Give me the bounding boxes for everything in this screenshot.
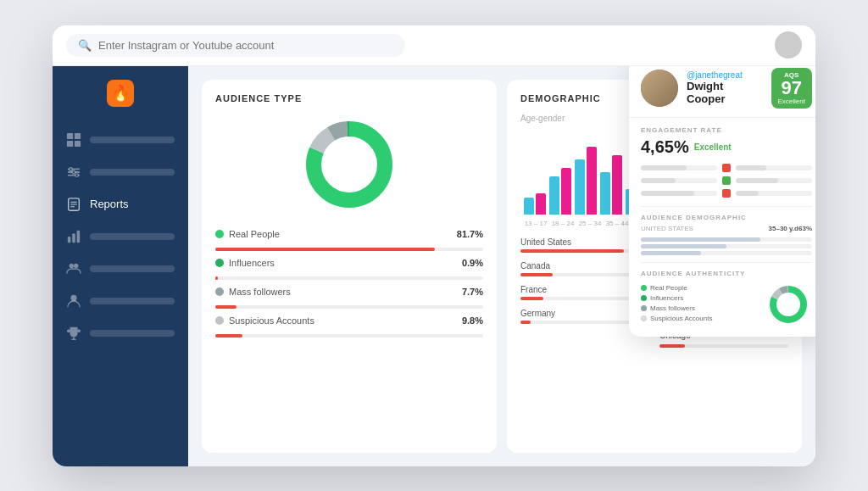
profile-handle: @janethegreat [687, 70, 763, 80]
bar-group-2 [575, 147, 597, 215]
auth-mass-label: Mass followers [650, 304, 695, 312]
grid-icon [66, 132, 81, 148]
male-bar-2 [575, 159, 585, 215]
metric-row-2 [641, 189, 812, 198]
svg-point-8 [72, 170, 75, 174]
audience-demo-label: AUDIENCE DEMOGRAPHIC [641, 214, 812, 221]
auth-real-label: Real People [650, 284, 687, 292]
influencers-fill [215, 276, 218, 280]
auth-real-dot [641, 285, 647, 291]
logo-icon: 🔥 [107, 80, 134, 107]
bar-label-2: 25 – 34 [578, 220, 602, 227]
female-bar-2 [587, 147, 597, 215]
real-people-dot [215, 230, 224, 238]
sidebar-item-influencer[interactable] [53, 285, 188, 317]
metric-rows [641, 164, 812, 198]
mass-followers-bar [215, 305, 483, 309]
influencers-dot [215, 259, 224, 267]
influencers-bar [215, 276, 483, 280]
search-bar[interactable]: 🔍 [66, 34, 405, 57]
suspicious-fill [215, 334, 242, 338]
auth-influencers: Influencers [641, 294, 756, 302]
bar-label-1: 18 – 24 [551, 220, 575, 227]
sidebar-item-bar-chart[interactable] [53, 220, 188, 253]
sidebar-item-dashboard[interactable] [53, 124, 188, 156]
legend-real-people: Real People 81.7% [215, 229, 483, 239]
svg-point-30 [779, 295, 798, 314]
sidebar: 🔥 [53, 66, 188, 466]
audience-authenticity-section: AUDIENCE AUTHENTICITY Real People Influe… [641, 270, 812, 328]
profile-body: ENGAGEMENT RATE 4,65% Excellent [629, 118, 815, 337]
real-people-value: 81.7% [457, 229, 483, 239]
audience-demographic-section: AUDIENCE DEMOGRAPHIC UNITED STATES 35–30… [641, 214, 812, 255]
svg-rect-1 [75, 132, 81, 138]
suspicious-value: 9.8% [462, 315, 483, 326]
germany-name: Germany [520, 309, 555, 318]
person-icon [66, 293, 81, 309]
mass-followers-value: 7.7% [462, 287, 483, 297]
auth-mass: Mass followers [641, 304, 756, 312]
real-people-fill [215, 248, 435, 251]
bar-group-1 [549, 168, 571, 215]
donut-chart-container [215, 114, 483, 215]
legend-suspicious: Suspicious Accounts 9.8% [215, 315, 483, 326]
svg-point-17 [70, 263, 74, 267]
profile-card: @janethegreat Dwight Cooper AQS 97 Excel… [629, 66, 815, 337]
engagement-rate-label: ENGAGEMENT RATE [641, 126, 812, 134]
bar-chart-icon [66, 229, 81, 244]
female-bar-1 [561, 168, 571, 215]
auth-inf-label: Influencers [650, 294, 683, 302]
mass-followers-label: Mass followers [229, 287, 291, 297]
demo-age-label: 35–30 y.d63% [769, 225, 812, 232]
suspicious-dot [215, 316, 224, 325]
divider-1 [641, 206, 812, 207]
svg-rect-15 [72, 233, 75, 243]
male-bar-3 [600, 172, 610, 215]
authenticity-label: AUDIENCE AUTHENTICITY [641, 270, 812, 277]
svg-rect-2 [67, 140, 73, 146]
us-name: United States [520, 237, 571, 247]
svg-point-7 [70, 167, 73, 170]
sidebar-label-bar [90, 265, 175, 272]
search-input[interactable] [98, 39, 393, 52]
male-bar-1 [549, 176, 559, 215]
bar-group-3 [600, 155, 622, 215]
bar-label-3: 35 – 44 [605, 220, 629, 227]
suspicious-bar [215, 334, 483, 338]
svg-point-18 [74, 263, 78, 267]
search-icon: 🔍 [78, 39, 92, 52]
svg-rect-3 [75, 140, 81, 146]
user-avatar[interactable] [775, 31, 802, 59]
aqs-badge: AQS 97 Excellent [771, 68, 812, 109]
sidebar-item-audience[interactable] [53, 253, 188, 285]
browser-window: 🔍 🔥 [53, 25, 815, 466]
sliders-icon [66, 165, 81, 180]
auth-sus-dot [641, 315, 647, 321]
demo-country-label: UNITED STATES [641, 225, 693, 232]
donut-chart [298, 114, 400, 215]
engagement-rate-value: 4,65% [641, 137, 689, 157]
sidebar-item-trophy[interactable] [53, 317, 188, 349]
aqs-sub: Excellent [778, 98, 805, 105]
mass-followers-dot [215, 287, 224, 296]
legend-influencers: Influencers 0.9% [215, 258, 483, 268]
svg-point-19 [70, 294, 76, 300]
sidebar-label-bar [90, 137, 175, 143]
suspicious-label: Suspicious Accounts [229, 315, 314, 326]
male-bar-0 [524, 198, 534, 215]
reports-icon [66, 197, 81, 212]
sidebar-item-reports[interactable]: Reports [53, 188, 188, 220]
sidebar-label-bar [90, 298, 175, 304]
audience-type-legend: Real People 81.7% Influencers [215, 229, 483, 338]
auth-content: Real People Influencers Mass followers [641, 281, 812, 328]
metric-row-1 [641, 176, 812, 185]
real-people-bar [215, 248, 483, 251]
auth-inf-dot [641, 295, 647, 301]
sidebar-item-analytics[interactable] [53, 156, 188, 188]
real-people-label: Real People [229, 229, 280, 239]
female-bar-3 [612, 155, 622, 215]
people-icon [66, 261, 81, 276]
auth-real-people: Real People [641, 284, 756, 292]
bar-label-0: 13 – 17 [524, 220, 548, 227]
svg-rect-14 [68, 237, 71, 243]
